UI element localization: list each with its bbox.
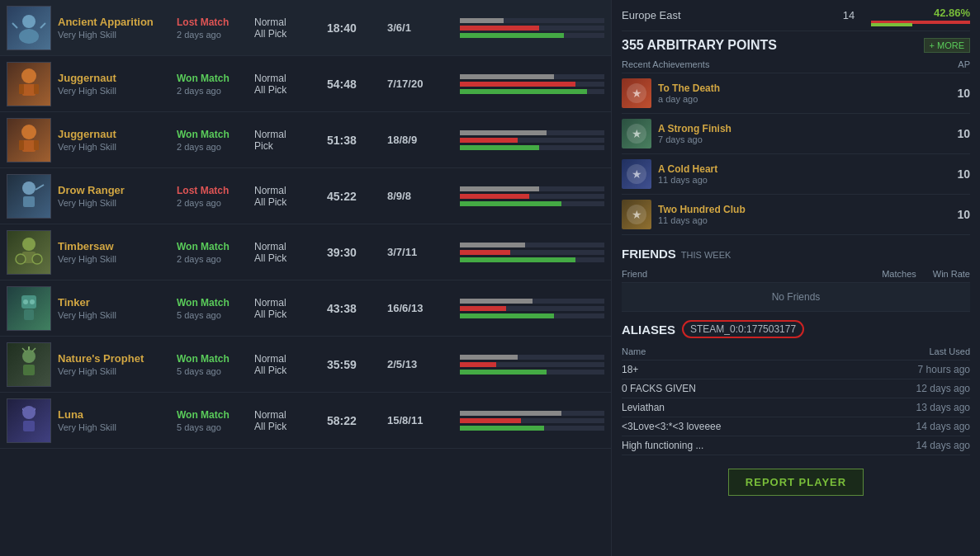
hero-info: Timbersaw Very High Skill (58, 240, 173, 264)
achievement-icon: ★ (622, 200, 651, 229)
alias-row: 18+ 7 hours ago (622, 360, 970, 379)
hero-avatar (7, 286, 51, 331)
achievement-when: 7 days ago (658, 134, 950, 144)
svg-point-28 (22, 406, 36, 419)
bar-container-2 (460, 306, 604, 311)
svg-point-8 (21, 125, 36, 139)
match-kda: 2/5/13 (387, 358, 453, 370)
bar-fill-2 (460, 306, 506, 311)
match-bars (460, 186, 604, 206)
bar-container-2 (460, 26, 604, 31)
friends-col2: Matches (882, 269, 916, 279)
svg-text:★: ★ (632, 87, 642, 100)
more-button[interactable]: + MORE (924, 38, 970, 53)
bar-fill-3 (460, 313, 554, 318)
report-player-button[interactable]: REPORT PLAYER (728, 469, 864, 496)
bar-container-1 (460, 130, 604, 135)
alias-last-used: 12 days ago (916, 383, 970, 394)
hero-info: Tinker Very High Skill (58, 296, 173, 320)
bar-fill-1 (460, 18, 504, 23)
hero-info: Drow Ranger Very High Skill (58, 184, 173, 208)
svg-text:★: ★ (632, 208, 642, 221)
match-mode: Normal All Pick (254, 16, 320, 40)
bar-fill-2 (460, 26, 539, 31)
mode-line1: Normal (254, 241, 320, 252)
match-duration: 18:40 (327, 21, 381, 35)
svg-point-4 (21, 68, 36, 83)
alias-name: 18+ (622, 364, 638, 375)
match-row[interactable]: Timbersaw Very High Skill Won Match 2 da… (0, 224, 611, 280)
svg-point-20 (23, 299, 28, 304)
hero-name: Tinker (58, 296, 173, 309)
match-row[interactable]: Juggernaut Very High Skill Won Match 2 d… (0, 56, 611, 112)
bar-fill-1 (460, 299, 533, 304)
svg-line-2 (12, 23, 17, 28)
hero-skill: Very High Skill (58, 142, 173, 152)
mode-line2: All Pick (254, 28, 320, 40)
bar-container-1 (460, 355, 604, 360)
match-time-ago: 2 days ago (177, 142, 251, 152)
svg-rect-6 (19, 84, 24, 94)
match-kda: 16/6/13 (387, 302, 453, 314)
svg-point-1 (19, 29, 39, 44)
match-result-text: Lost Match (177, 185, 251, 196)
match-duration: 58:22 (327, 414, 381, 427)
svg-point-15 (22, 238, 36, 251)
hero-avatar (7, 230, 51, 275)
hero-skill: Very High Skill (58, 30, 173, 40)
match-row[interactable]: Juggernaut Very High Skill Won Match 2 d… (0, 112, 611, 168)
achievements-list: ★ To The Death a day ago 10 ★ A Strong F… (622, 73, 970, 235)
match-result: Won Match 2 days ago (177, 129, 251, 152)
match-kda: 8/9/8 (387, 190, 453, 202)
aliases-col1: Name (622, 346, 646, 356)
mode-line2: All Pick (254, 84, 320, 96)
match-time-ago: 5 days ago (177, 422, 251, 432)
match-time-ago: 2 days ago (177, 30, 251, 40)
match-time-ago: 5 days ago (177, 366, 251, 376)
main-container: Ancient Apparition Very High Skill Lost … (0, 0, 980, 556)
bar-fill-2 (460, 418, 521, 423)
no-friends-message: No Friends (622, 283, 970, 312)
svg-point-12 (22, 181, 36, 195)
match-kda: 7/17/20 (387, 78, 453, 90)
match-row[interactable]: Nature's Prophet Very High Skill Won Mat… (0, 337, 611, 393)
mode-line2: All Pick (254, 365, 320, 376)
svg-rect-9 (22, 140, 36, 152)
region-name: Europe East (622, 9, 836, 21)
hero-avatar (7, 6, 51, 50)
achievements-header: Recent Achievements AP (622, 56, 970, 73)
right-panel: Europe East 14 42.86% 355 ARBITRARY POIN… (611, 0, 980, 556)
win-rate-bar-bg (871, 21, 970, 24)
match-result-text: Won Match (177, 73, 251, 84)
mode-line1: Normal (254, 409, 320, 421)
achievement-ap: 10 (957, 127, 970, 140)
svg-rect-5 (22, 84, 36, 96)
bar-container-2 (460, 418, 604, 423)
bar-fill-2 (460, 82, 575, 87)
match-result: Won Match 2 days ago (177, 241, 251, 264)
match-row[interactable]: Tinker Very High Skill Won Match 5 days … (0, 280, 611, 337)
match-row[interactable]: Luna Very High Skill Won Match 5 days ag… (0, 393, 611, 449)
match-row[interactable]: Ancient Apparition Very High Skill Lost … (0, 0, 611, 56)
match-row[interactable]: Drow Ranger Very High Skill Lost Match 2… (0, 168, 611, 224)
hero-name: Drow Ranger (58, 184, 173, 196)
match-bars (460, 18, 604, 38)
achievement-ap: 10 (957, 167, 970, 181)
bar-fill-1 (460, 186, 539, 191)
achievement-ap: 10 (957, 208, 970, 221)
bar-container-1 (460, 299, 604, 304)
match-duration: 43:38 (327, 302, 381, 315)
match-result-text: Won Match (177, 409, 251, 421)
achievement-row: ★ To The Death a day ago 10 (622, 73, 970, 114)
achievement-details: A Strong Finish 7 days ago (658, 123, 950, 144)
alias-row: Leviathan 13 days ago (622, 398, 970, 417)
region-row: Europe East 14 42.86% (622, 0, 970, 31)
bar-container-1 (460, 411, 604, 416)
hero-skill: Very High Skill (58, 198, 173, 208)
bar-fill-2 (460, 138, 518, 143)
hero-info: Ancient Apparition Very High Skill (58, 16, 173, 40)
friends-col1: Friend (622, 269, 647, 279)
hero-info: Juggernaut Very High Skill (58, 128, 173, 152)
achievement-row: ★ Two Hundred Club 11 days ago 10 (622, 195, 970, 235)
left-panel: Ancient Apparition Very High Skill Lost … (0, 0, 611, 556)
